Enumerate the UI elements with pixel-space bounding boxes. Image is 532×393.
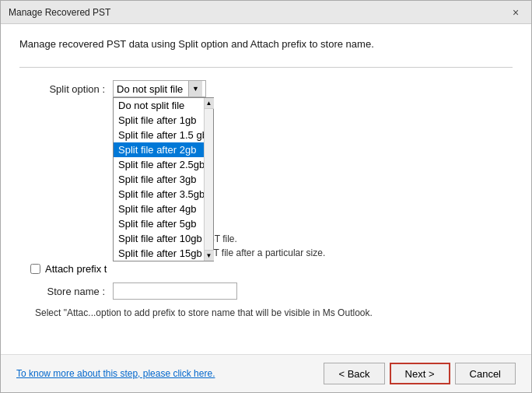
dropdown-item-7[interactable]: Split file after 4gb xyxy=(114,202,204,216)
info-section: ant to create single PST file. ou want t… xyxy=(19,233,513,258)
split-option-label: Split option : xyxy=(19,83,105,95)
form-area: Split option : Do not split file ▼ Do no… xyxy=(19,80,513,346)
next-button[interactable]: Next > xyxy=(390,363,450,384)
dropdown-item-2[interactable]: Split file after 1.5 gb xyxy=(114,128,204,142)
header-description: Manage recovered PST data using Split op… xyxy=(19,38,513,50)
attach-prefix-checkbox[interactable] xyxy=(30,264,40,274)
split-option-row: Split option : Do not split file ▼ Do no… xyxy=(19,80,513,97)
dropdown-options: Do not split file Split file after 1gb S… xyxy=(114,98,204,261)
dropdown-item-1[interactable]: Split file after 1gb xyxy=(114,113,204,128)
cancel-button[interactable]: Cancel xyxy=(455,363,516,384)
store-name-input[interactable] xyxy=(113,282,237,300)
store-name-row: Store name : xyxy=(19,282,513,300)
footer: To know more about this step, please cli… xyxy=(1,354,531,392)
scroll-down-icon[interactable]: ▼ xyxy=(205,250,214,261)
attach-info-option: option to add prefix to store name that … xyxy=(96,307,373,318)
footer-buttons: < Back Next > Cancel xyxy=(324,363,516,384)
split-option-select[interactable]: Do not split file ▼ xyxy=(113,80,206,97)
dropdown-item-0[interactable]: Do not split file xyxy=(114,98,204,113)
dropdown-list[interactable]: Do not split file Split file after 1gb S… xyxy=(113,97,214,261)
dropdown-item-5[interactable]: Split file after 3gb xyxy=(114,172,204,187)
help-link[interactable]: To know more about this step, please cli… xyxy=(16,368,215,379)
dropdown-arrow-icon[interactable]: ▼ xyxy=(188,81,202,96)
dropdown-item-3[interactable]: Split file after 2gb xyxy=(114,142,204,157)
dropdown-scrollbar: ▲ ▼ xyxy=(204,98,213,261)
attach-info-text: Select "Attac... xyxy=(35,307,96,318)
dropdown-item-10[interactable]: Split file after 15gb xyxy=(114,246,204,261)
attach-prefix-row: Attach prefix t xyxy=(19,263,513,275)
content-area: Manage recovered PST data using Split op… xyxy=(1,24,531,354)
scroll-up-icon[interactable]: ▲ xyxy=(205,98,214,109)
dropdown-item-4[interactable]: Split file after 2.5gb xyxy=(114,157,204,172)
dropdown-item-9[interactable]: Split file after 10gb xyxy=(114,231,204,246)
store-name-label: Store name : xyxy=(19,286,105,297)
close-button[interactable]: × xyxy=(508,5,523,20)
divider xyxy=(19,67,513,68)
split-option-selected-value: Do not split file xyxy=(117,83,188,95)
window-title: Manage Recovered PST xyxy=(9,7,110,18)
scrollbar-track xyxy=(205,109,214,250)
dropdown-item-6[interactable]: Split file after 3.5gb xyxy=(114,187,204,202)
split-option-select-wrapper: Do not split file ▼ Do not split file Sp… xyxy=(113,80,206,97)
attach-info-section: Select "Attac...option to add prefix to … xyxy=(19,307,513,318)
dropdown-item-8[interactable]: Split file after 5gb xyxy=(114,216,204,231)
attach-prefix-label: Attach prefix t xyxy=(45,263,107,275)
back-button[interactable]: < Back xyxy=(324,363,384,384)
main-window: Manage Recovered PST × Manage recovered … xyxy=(0,0,532,393)
title-bar: Manage Recovered PST × xyxy=(1,1,531,24)
